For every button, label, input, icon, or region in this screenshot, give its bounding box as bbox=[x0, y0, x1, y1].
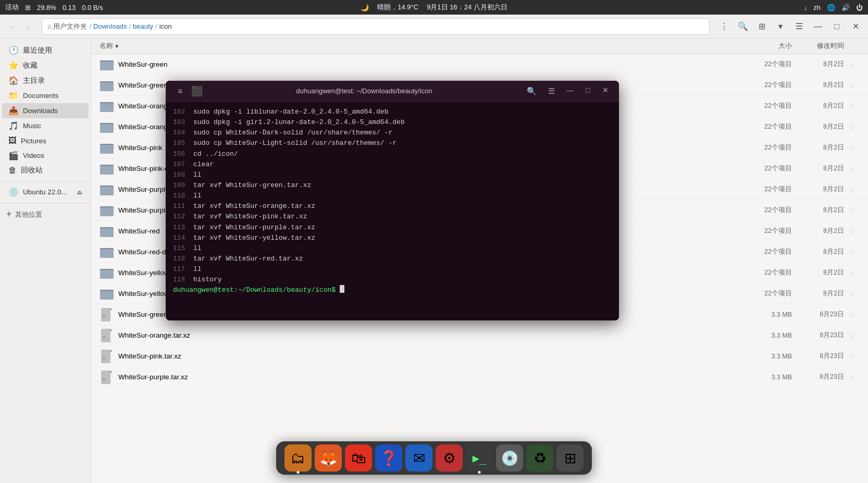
sidebar-item-recent[interactable]: 🕐 最近使用 bbox=[2, 43, 89, 58]
svg-rect-11 bbox=[100, 124, 114, 133]
table-row[interactable]: xzWhiteSur-orange.tar.xz3.3 MB8月23日☆ bbox=[91, 325, 868, 346]
terminal-command: tar xvf WhiteSur-red.tar.xz bbox=[193, 254, 303, 264]
terminal-minimize-button[interactable]: — bbox=[563, 83, 577, 97]
sidebar-item-documents[interactable]: 📁 Documents bbox=[2, 88, 89, 103]
view-dropdown-button[interactable]: ▾ bbox=[772, 18, 789, 35]
file-favorite-star[interactable]: ☆ bbox=[844, 206, 860, 215]
terminal-window: ≡ ⬛ duhuangwen@test: ~/Downloads/beauty/… bbox=[166, 81, 619, 320]
sidebar-item-starred[interactable]: ⭐ 收藏 bbox=[2, 58, 89, 73]
starred-label: 收藏 bbox=[23, 61, 38, 70]
minimize-button[interactable]: — bbox=[810, 18, 826, 35]
terminal-body[interactable]: 102 sudo dpkg -i liblunar-date-2.0_2.4.0… bbox=[166, 102, 619, 320]
file-modified-label: 8月2日 bbox=[792, 268, 844, 277]
terminal-command: sudo cp WhiteSur-Dark-solid /usr/share/t… bbox=[193, 128, 392, 138]
help-icon: ❓ bbox=[380, 450, 398, 467]
search-button[interactable]: 🔍 bbox=[735, 18, 751, 35]
col-name-header[interactable]: 名称 ▾ bbox=[100, 42, 740, 51]
sidebar-item-music[interactable]: 🎵 Music bbox=[2, 118, 89, 133]
eject-icon[interactable]: ⏏ bbox=[77, 189, 82, 196]
line-number: 106 bbox=[173, 149, 193, 159]
dock-item-mail[interactable]: ✉ bbox=[405, 444, 432, 472]
power-icon[interactable]: ⏻ bbox=[856, 4, 863, 11]
back-button[interactable]: ‹ bbox=[4, 19, 19, 34]
file-favorite-star[interactable]: ☆ bbox=[844, 102, 860, 110]
dock-item-apps[interactable]: ⊞ bbox=[556, 444, 584, 472]
file-favorite-star[interactable]: ☆ bbox=[844, 227, 860, 236]
terminal-command: ll bbox=[193, 243, 202, 254]
svg-text:xz: xz bbox=[103, 315, 106, 318]
dock-item-recycle[interactable]: ♻ bbox=[526, 444, 553, 472]
col-modified-header[interactable]: 修改时间 bbox=[792, 42, 844, 51]
add-icon: + bbox=[6, 209, 12, 220]
volume-icon[interactable]: 🔊 bbox=[841, 4, 850, 11]
dock-item-discs[interactable]: 💿 bbox=[496, 444, 523, 472]
sidebar-item-other[interactable]: + 其他位置 bbox=[0, 206, 91, 222]
sidebar-item-trash[interactable]: 🗑 回收站 bbox=[2, 163, 89, 178]
sidebar-item-pictures[interactable]: 🖼 Pictures bbox=[2, 133, 89, 148]
documents-icon: 📁 bbox=[8, 91, 19, 101]
file-favorite-star[interactable]: ☆ bbox=[844, 165, 860, 173]
sidebar-item-home[interactable]: 🏠 主目录 bbox=[2, 73, 89, 88]
file-favorite-star[interactable]: ☆ bbox=[844, 248, 860, 256]
terminal-menu-button[interactable]: ≡ bbox=[172, 83, 189, 100]
file-favorite-star[interactable]: ☆ bbox=[844, 352, 860, 361]
sidebar-item-downloads[interactable]: 📥 Downloads bbox=[2, 103, 89, 118]
file-favorite-star[interactable]: ☆ bbox=[844, 144, 860, 152]
file-size-label: 22个项目 bbox=[740, 185, 792, 194]
file-favorite-star[interactable]: ☆ bbox=[844, 123, 860, 131]
address-downloads[interactable]: Downloads bbox=[93, 22, 127, 30]
terminal-command: ll bbox=[193, 264, 202, 275]
file-size-label: 22个项目 bbox=[740, 164, 792, 173]
language-indicator[interactable]: zh bbox=[813, 4, 821, 11]
terminal-icon-button[interactable]: ⬛ bbox=[189, 83, 205, 100]
dock-item-terminal[interactable]: ▶_ bbox=[466, 444, 493, 472]
address-bar[interactable]: ⌂ 用户文件夹 / Downloads / beauty / icon bbox=[42, 18, 710, 35]
terminal-prompt-line[interactable]: duhuangwen@test:~/Downloads/beauty/icon$ bbox=[173, 285, 612, 295]
topbar-center: 🌙 晴朗，14.9°C 9月1日 16：24 八月初六日 bbox=[361, 3, 507, 12]
sidebar-item-ubuntu[interactable]: 💿 Ubuntu 22.0... ⏏ bbox=[2, 184, 89, 200]
file-favorite-star[interactable]: ☆ bbox=[844, 290, 860, 298]
terminal-search-button[interactable]: 🔍 bbox=[523, 83, 540, 100]
address-home[interactable]: ⌂ 用户文件夹 bbox=[47, 22, 87, 31]
terminal-menu2-button[interactable]: ☰ bbox=[543, 83, 560, 100]
tray-download-icon: ↓ bbox=[804, 4, 808, 11]
terminal-maximize-button[interactable]: □ bbox=[580, 83, 595, 97]
file-favorite-star[interactable]: ☆ bbox=[844, 269, 860, 277]
other-label: 其他位置 bbox=[15, 210, 42, 219]
table-row[interactable]: xzWhiteSur-pink.tar.xz3.3 MB8月23日☆ bbox=[91, 346, 868, 367]
file-modified-label: 8月2日 bbox=[792, 164, 844, 173]
dock-item-help[interactable]: ❓ bbox=[375, 444, 402, 472]
activities-label[interactable]: 活动 bbox=[5, 3, 19, 12]
col-size-header[interactable]: 大小 bbox=[740, 42, 792, 51]
file-favorite-star[interactable]: ☆ bbox=[844, 373, 860, 381]
dock-item-appstore[interactable]: 🛍 bbox=[345, 444, 372, 472]
terminal-close-button[interactable]: ✕ bbox=[598, 83, 613, 97]
dock-item-firefox[interactable]: 🦊 bbox=[315, 444, 342, 472]
file-favorite-star[interactable]: ☆ bbox=[844, 81, 860, 90]
file-favorite-star[interactable]: ☆ bbox=[844, 331, 860, 340]
terminal-dock-icon: ▶_ bbox=[473, 452, 487, 465]
grid-view-button[interactable]: ⊞ bbox=[753, 18, 770, 35]
list-view-button[interactable]: ☰ bbox=[791, 18, 808, 35]
table-row[interactable]: WhiteSur-green22个项目8月2日☆ bbox=[91, 54, 868, 75]
file-favorite-star[interactable]: ☆ bbox=[844, 185, 860, 194]
address-beauty[interactable]: beauty bbox=[133, 22, 153, 30]
maximize-button[interactable]: □ bbox=[828, 18, 845, 35]
file-favorite-star[interactable]: ☆ bbox=[844, 60, 860, 69]
archive-icon: xz bbox=[100, 349, 114, 364]
terminal-line: 112 tar xvf WhiteSur-pink.tar.xz bbox=[173, 212, 612, 222]
network-tray-icon[interactable]: 🌐 bbox=[827, 4, 835, 11]
more-options-button[interactable]: ⋮ bbox=[716, 18, 733, 35]
ubuntu-icon: 💿 bbox=[8, 187, 19, 197]
dock-item-settings[interactable]: ⚙ bbox=[436, 444, 463, 472]
terminal-prompt: duhuangwen@test:~/Downloads/beauty/icon$ bbox=[173, 285, 340, 295]
sidebar-item-videos[interactable]: 🎬 Videos bbox=[2, 148, 89, 163]
file-favorite-star[interactable]: ☆ bbox=[844, 311, 860, 319]
close-button[interactable]: ✕ bbox=[847, 18, 864, 35]
terminal-command: ll bbox=[193, 191, 202, 201]
forward-button[interactable]: › bbox=[21, 19, 35, 34]
svg-text:xz: xz bbox=[103, 336, 106, 339]
dock-item-files[interactable]: 🗂 bbox=[284, 444, 312, 472]
table-row[interactable]: xzWhiteSur-purple.tar.xz3.3 MB8月23日☆ bbox=[91, 367, 868, 388]
svg-rect-5 bbox=[100, 82, 114, 91]
